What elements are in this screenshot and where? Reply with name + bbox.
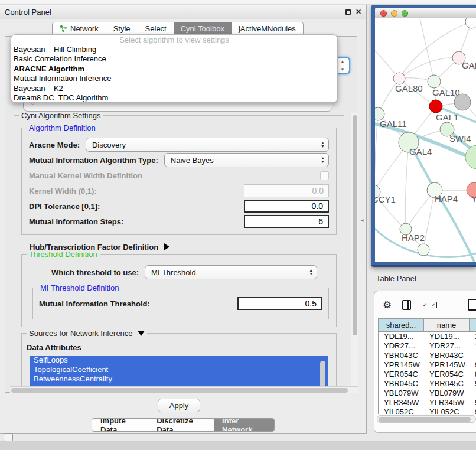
network-node-partial-bottom[interactable] xyxy=(418,244,429,256)
tab-style[interactable]: Style xyxy=(106,22,138,35)
mi-steps-input[interactable]: 6 xyxy=(244,215,329,228)
list-item[interactable]: SelfLoops xyxy=(30,356,328,365)
tab-discretize-data[interactable]: Discretize Data xyxy=(148,419,214,431)
expand-right-arrow-icon[interactable] xyxy=(164,243,169,250)
table-cell[interactable] xyxy=(470,351,476,360)
network-node-GAL10[interactable] xyxy=(428,75,441,88)
table-cell[interactable]: YPR145W xyxy=(379,360,424,370)
column-header-partial[interactable] xyxy=(470,319,476,331)
scrollbar-thumb[interactable] xyxy=(379,417,471,422)
scrollbar-thumb[interactable] xyxy=(353,115,357,335)
collapse-down-arrow-icon[interactable] xyxy=(138,331,145,336)
dpi-tolerance-input[interactable]: 0.0 xyxy=(244,200,329,213)
table-row[interactable]: YPR145WYPR145W9. xyxy=(379,360,476,370)
list-item[interactable]: TopologicalCoefficient xyxy=(30,365,328,374)
list-scrollbar-thumb[interactable] xyxy=(320,361,325,386)
table-cell[interactable]: YBR045C xyxy=(379,379,424,389)
popup-item-bayesian-hill-climbing[interactable]: Bayesian – Hill Climbing xyxy=(11,45,337,54)
table-cell[interactable]: YBL079W xyxy=(379,389,424,398)
mac-zoom-button[interactable] xyxy=(402,10,408,17)
table-toolbar: ⚙ ✓ ✓ xyxy=(374,291,476,318)
table-cell[interactable]: 9. xyxy=(470,379,476,389)
popup-item-basic-correlation[interactable]: Basic Correlation Inference xyxy=(11,54,337,64)
column-layout-icon[interactable] xyxy=(402,300,411,310)
table-cell[interactable]: YIL052C xyxy=(424,407,470,414)
select-all-icon[interactable]: ✓ ✓ xyxy=(422,302,439,308)
table-cell[interactable]: YLR345W xyxy=(424,398,470,407)
table-cell[interactable]: YDL19... xyxy=(379,332,424,341)
settings-horizontal-scrollbar[interactable] xyxy=(10,386,358,393)
table-row[interactable]: YLR345WYLR345W9. xyxy=(379,398,476,407)
document-icon[interactable] xyxy=(468,299,476,311)
table-cell[interactable]: 13 xyxy=(470,332,476,341)
table-cell[interactable]: YBR045C xyxy=(424,379,470,389)
popup-item-mutual-information[interactable]: Mutual Information Inference xyxy=(11,74,337,83)
apply-button[interactable]: Apply xyxy=(158,399,200,412)
network-node-gray-node[interactable] xyxy=(454,94,471,110)
table-cell[interactable]: YBR043C xyxy=(424,351,470,360)
table-cell[interactable]: YLR345W xyxy=(379,398,424,407)
network-window-titlebar[interactable] xyxy=(375,8,476,18)
popup-item-dream8[interactable]: Dream8 DC_TDC Algorithm xyxy=(11,93,337,103)
network-node-big-green-right[interactable] xyxy=(465,145,476,169)
table-row[interactable]: YBR045CYBR045C9. xyxy=(379,379,476,389)
tab-select[interactable]: Select xyxy=(138,22,174,35)
splitpane-divider-handle[interactable]: ◂ xyxy=(358,216,366,224)
tab-jactivemnodules-label: jActiveMNodules xyxy=(239,24,296,33)
tab-network[interactable]: Network xyxy=(53,22,106,35)
sources-title-wrap[interactable]: Sources for Network Inference xyxy=(27,329,147,338)
table-cell[interactable]: 12 xyxy=(470,341,476,351)
popup-item-aracne[interactable]: ARACNE Algorithm xyxy=(11,64,337,74)
settings-vertical-scrollbar[interactable] xyxy=(351,113,358,386)
table-cell[interactable]: YER054C xyxy=(424,370,470,379)
table-cell[interactable]: 9. xyxy=(470,407,476,414)
table-cell[interactable]: YBL079W xyxy=(424,389,470,398)
tab-infer-network[interactable]: Infer Network xyxy=(214,419,274,431)
table-row[interactable]: YDR27...YDR27...12 xyxy=(379,341,476,351)
table-cell[interactable]: YDR27... xyxy=(424,341,470,351)
table-cell[interactable]: YIL052C xyxy=(379,407,424,414)
scrollbar-thumb[interactable] xyxy=(11,388,348,393)
table-cell[interactable]: YER054C xyxy=(379,370,424,379)
column-header-name[interactable]: name xyxy=(424,319,470,331)
table-row[interactable]: YBL079WYBL079W xyxy=(379,389,476,398)
which-threshold-combo[interactable]: MI Threshold ▲▼ xyxy=(145,265,317,279)
table-cell[interactable]: YBR043C xyxy=(379,351,424,360)
table-cell[interactable]: 9. xyxy=(470,360,476,370)
tab-cyni-toolbox[interactable]: Cyni Toolbox xyxy=(174,22,232,35)
table-cell[interactable]: YPR145W xyxy=(424,360,470,370)
tab-jactivemnodules[interactable]: jActiveMNodules xyxy=(232,22,303,35)
table-row[interactable]: YBR043CYBR043C xyxy=(379,351,476,360)
settings-gear-icon[interactable]: ⚙ xyxy=(383,299,392,311)
table-horizontal-scrollbar[interactable] xyxy=(377,415,476,423)
table-cell[interactable] xyxy=(470,389,476,398)
network-node-GAL80[interactable] xyxy=(393,73,405,84)
network-view-window: GALGAL80GAL10GAL1GAL11SWI4GAL4HAP4YGCY1H… xyxy=(371,5,476,267)
close-window-icon[interactable]: ✕ xyxy=(356,8,361,16)
aracne-mode-combo[interactable]: Discovery ▲▼ xyxy=(86,138,329,152)
table-cell[interactable]: 9. xyxy=(470,398,476,407)
data-attributes-list[interactable]: SelfLoops TopologicalCoefficient Between… xyxy=(30,356,328,386)
float-window-icon[interactable] xyxy=(345,9,351,15)
deselect-all-icon[interactable] xyxy=(449,302,467,308)
network-node-partial-top[interactable] xyxy=(465,18,476,28)
network-canvas[interactable]: GALGAL80GAL10GAL1GAL11SWI4GAL4HAP4YGCY1H… xyxy=(375,18,476,262)
list-item[interactable]: BetweennessCentrality xyxy=(30,374,328,384)
tab-impute-data[interactable]: Impute Data xyxy=(92,419,148,431)
mi-threshold-input[interactable]: 0.5 xyxy=(237,297,322,310)
mac-close-button[interactable] xyxy=(380,10,387,17)
table-cell[interactable]: 8. xyxy=(470,370,476,379)
kernel-width-input[interactable]: 0.0 xyxy=(244,184,329,197)
column-header-shared[interactable]: shared... xyxy=(379,319,424,331)
table-cell[interactable]: YDR27... xyxy=(379,341,424,351)
table-row[interactable]: YIL052CYIL052C9. xyxy=(379,407,476,414)
manual-kernel-checkbox[interactable] xyxy=(320,171,329,180)
network-node-GAL1[interactable] xyxy=(429,100,442,113)
table-row[interactable]: YDL19...YDL19...13 xyxy=(379,332,476,341)
popup-item-bayesian-k2[interactable]: Bayesian – K2 xyxy=(11,84,337,93)
cyni-algorithm-settings-group: Cyni Algorithm Settings Algorithm Defini… xyxy=(14,115,344,386)
mi-type-combo[interactable]: Naive Bayes ▲▼ xyxy=(164,153,329,167)
table-row[interactable]: YER054CYER054C8. xyxy=(379,370,476,379)
mac-minimize-button[interactable] xyxy=(391,10,397,17)
table-cell[interactable]: YDL19... xyxy=(424,332,470,341)
